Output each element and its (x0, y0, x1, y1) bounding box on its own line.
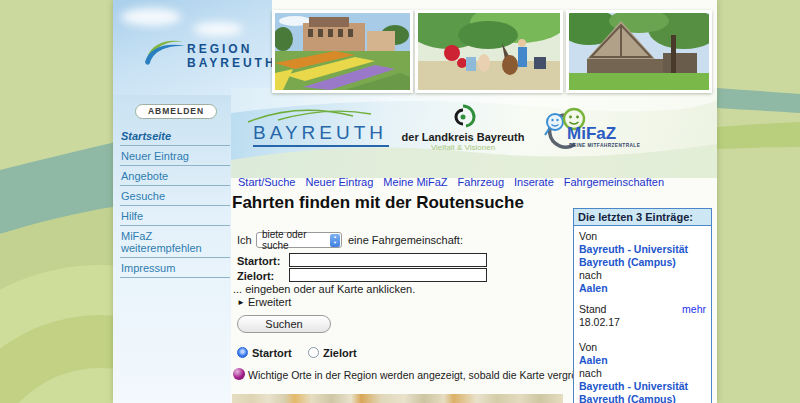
radio-startort-label[interactable]: Startort (252, 347, 292, 359)
sidebar-item-startseite[interactable]: Startseite (120, 126, 230, 146)
nav-start-suche[interactable]: Start/Suche (238, 176, 295, 188)
photo-children-image (418, 13, 560, 90)
von-label: Von (579, 341, 706, 354)
sidebar-item-weiterempfehlen[interactable]: MiFaZ weiterempfehlen (120, 226, 230, 258)
list-item: Von Aalen nach Bayreuth - Universität Ba… (579, 341, 706, 403)
map-canvas[interactable] (232, 394, 563, 403)
zielort-input[interactable] (289, 268, 487, 282)
radio-zielort-label[interactable]: Zielort (323, 347, 357, 359)
von-label: Von (579, 230, 706, 243)
nav-meine-mifaz[interactable]: Meine MiFaZ (383, 176, 447, 188)
stepper-down-glyph: ▼ (333, 240, 337, 245)
entry-to-link[interactable]: Aalen (579, 282, 706, 295)
landkreis-swirl-icon (450, 104, 476, 130)
main-nav: Start/Suche Neuer Eintrag Meine MiFaZ Fa… (238, 176, 664, 188)
after-select-label: eine Fahrgemeinschaft: (348, 234, 463, 246)
latest-entries-list: Von Bayreuth - Universität Bayreuth (Cam… (574, 226, 711, 403)
abmelden-button[interactable]: ABMELDEN (135, 104, 217, 119)
city-logo-arcs-icon (243, 100, 373, 124)
mifaz-logo[interactable]: MiFaZ DEINE MITFAHRZENTRALE (541, 106, 641, 156)
sidebar-nav: Startseite Neuer Eintrag Angebote Gesuch… (120, 126, 230, 278)
suchen-button[interactable]: Suchen (237, 315, 331, 333)
nav-fahrzeug[interactable]: Fahrzeug (458, 176, 504, 188)
entry-from-link[interactable]: Aalen (579, 354, 706, 367)
entry-date: 18.02.17 (579, 316, 706, 329)
region-bayreuth-logo: REGION BAYREUTH (143, 36, 263, 74)
nach-label: nach (579, 269, 706, 282)
radio-startort[interactable] (237, 347, 248, 358)
biete-suche-select[interactable]: biete oder suche ▲ ▼ (256, 232, 342, 248)
page-title: Fahrten finden mit der Routensuche (232, 193, 524, 213)
select-value: biete oder suche (262, 229, 330, 251)
nav-neuer-eintrag[interactable]: Neuer Eintrag (305, 176, 373, 188)
bayreuth-city-logo[interactable]: BAYREUTH (253, 122, 389, 147)
region-logo-swoosh-icon (143, 36, 187, 70)
sidebar-item-angebote[interactable]: Angebote (120, 166, 230, 186)
sidebar-item-neuer-eintrag[interactable]: Neuer Eintrag (120, 146, 230, 166)
region-logo-line2: BAYREUTH (187, 56, 277, 70)
latest-entries-title: Die letzten 3 Einträge: (574, 209, 711, 226)
nach-label: nach (579, 367, 706, 380)
landkreis-subtitle: Vielfalt & Visionen (397, 143, 529, 152)
nav-inserate[interactable]: Inserate (514, 176, 554, 188)
photo-festspielhaus (272, 10, 413, 93)
poi-marker-icon (233, 368, 245, 380)
startort-label: Startort: (237, 255, 280, 267)
mifaz-subtitle: DEINE MITFAHRZENTRALE (569, 143, 640, 148)
erweitert-arrow-icon: ► (237, 298, 245, 307)
sidebar-item-gesuche[interactable]: Gesuche (120, 186, 230, 206)
erweitert-label: Erweitert (248, 296, 291, 308)
region-logo-panel: REGION BAYREUTH (113, 0, 272, 95)
sidebar-item-impressum[interactable]: Impressum (120, 258, 230, 278)
region-logo-line1: REGION (187, 42, 277, 56)
latest-entries-box: Die letzten 3 Einträge: Von Bayreuth - U… (573, 208, 712, 403)
landkreis-title: der Landkreis Bayreuth (397, 131, 529, 143)
nav-fahrgemeinschaften[interactable]: Fahrgemeinschaften (564, 176, 664, 188)
radio-zielort[interactable] (308, 347, 319, 358)
cloud-shape (193, 22, 243, 36)
ich-label: Ich (237, 234, 252, 246)
photo-house-image (569, 13, 709, 90)
entry-to-link[interactable]: Bayreuth - Universität Bayreuth (Campus) (579, 380, 706, 403)
select-stepper-icon: ▲ ▼ (330, 234, 340, 247)
list-item: Von Bayreuth - Universität Bayreuth (Cam… (579, 230, 706, 329)
stepper-up-glyph: ▲ (333, 234, 337, 239)
map-hint: ... eingeben oder auf Karte anklicken. (233, 283, 415, 295)
entry-from-link[interactable]: Bayreuth - Universität Bayreuth (Campus) (579, 243, 706, 269)
startort-input[interactable] (289, 253, 487, 267)
content-area: REGION BAYREUTH (113, 0, 717, 403)
sidebar-item-hilfe[interactable]: Hilfe (120, 206, 230, 226)
photo-children-playing (415, 10, 563, 93)
landkreis-logo[interactable]: der Landkreis Bayreuth Vielfalt & Vision… (397, 104, 529, 152)
page: REGION BAYREUTH (0, 0, 800, 403)
photo-half-timbered-house (566, 10, 712, 93)
mehr-link[interactable]: mehr (682, 303, 706, 316)
mifaz-title: MiFaZ (567, 124, 616, 144)
zielort-label: Zielort: (237, 270, 274, 282)
photo-festspielhaus-image (275, 13, 410, 90)
cloud-shape (121, 8, 181, 26)
stand-label: Stand (579, 303, 606, 316)
